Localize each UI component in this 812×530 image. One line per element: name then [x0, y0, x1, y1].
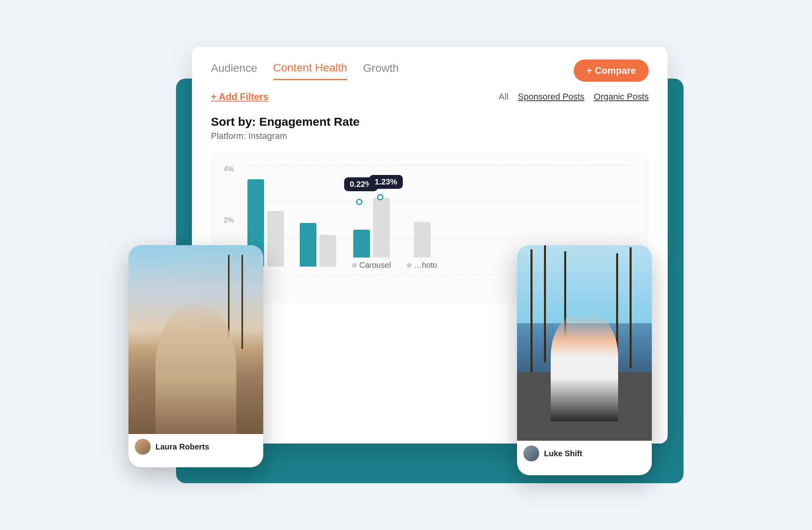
add-filters-link[interactable]: + Add Filters: [211, 91, 268, 102]
avatar-left: [135, 439, 151, 455]
bar-teal-carousel: [353, 230, 370, 257]
filter-organic[interactable]: Organic Posts: [594, 92, 649, 102]
bar-gray-1: [267, 211, 284, 267]
bar-gray-carousel: 1.23%: [373, 198, 390, 257]
sort-info: Sort by: Engagement Rate Platform: Insta…: [192, 109, 668, 144]
filter-tabs: All Sponsored Posts Organic Posts: [499, 92, 649, 102]
tooltip-dot-0-22: [356, 199, 362, 205]
filters-row: + Add Filters All Sponsored Posts Organi…: [192, 82, 668, 109]
avatar-right: [523, 446, 539, 461]
sort-title: Sort by: Engagement Rate: [211, 115, 649, 129]
bar-gray-photo: [414, 222, 431, 257]
y-label-2: 2%: [224, 216, 234, 225]
tooltip-1-23: 1.23%: [369, 175, 403, 189]
user-row-right: Luke Shift: [517, 441, 652, 466]
tab-audience[interactable]: Audience: [211, 62, 257, 79]
tooltip-dot-1-23: [377, 194, 383, 200]
user-row-left: Laura Roberts: [128, 434, 263, 459]
bar-gray-2: [320, 235, 336, 267]
filter-sponsored[interactable]: Sponsored Posts: [518, 92, 584, 102]
bar-label-photo: …hoto: [407, 261, 437, 270]
tab-growth[interactable]: Growth: [363, 62, 399, 79]
top-nav: Audience Content Health Growth + Compare: [192, 47, 668, 82]
tab-content-health[interactable]: Content Health: [273, 61, 347, 80]
compare-button[interactable]: + Compare: [574, 60, 649, 82]
bar-teal-2: [300, 223, 316, 267]
photo-right: [517, 245, 652, 441]
username-right: Luke Shift: [544, 449, 582, 458]
bar-label-carousel: Carousel: [352, 261, 391, 270]
platform-label: Platform: Instagram: [211, 131, 649, 141]
photo-left: [128, 245, 263, 434]
phone-card-right: Luke Shift: [517, 245, 652, 475]
y-label-4: 4%: [224, 165, 234, 173]
filter-all[interactable]: All: [499, 92, 508, 102]
username-left: Laura Roberts: [155, 442, 209, 451]
phone-card-left: Laura Roberts: [128, 245, 263, 467]
